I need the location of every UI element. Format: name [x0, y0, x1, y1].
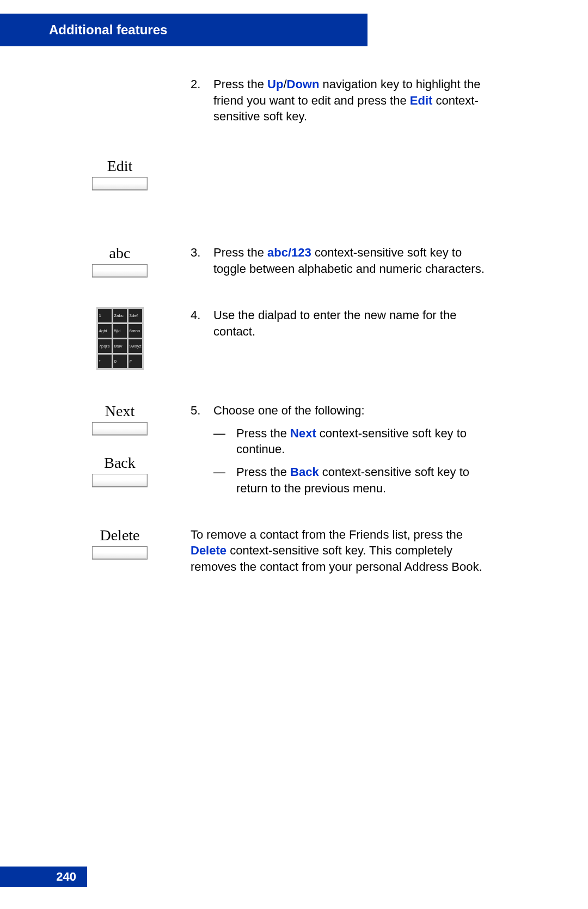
softkey-back-button [92, 474, 148, 487]
step-5-row: Next Back 5. Choose one of the following… [49, 402, 495, 496]
keyword-down: Down [287, 77, 320, 91]
dialpad-key: 8tuv [113, 339, 127, 353]
dialpad-key: 0 [113, 355, 127, 368]
step-3-number: 3. [191, 245, 213, 277]
page: Additional features 2. Press the Up/Down… [0, 0, 588, 909]
step-2-row: 2. Press the Up/Down navigation key to h… [49, 76, 495, 125]
softkey-back: Back [92, 454, 148, 487]
header-title: Additional features [49, 22, 167, 38]
dialpad-key: 9wxyz [128, 339, 142, 353]
dialpad-key: 6mno [128, 324, 142, 338]
dialpad-key: 2abc [113, 309, 127, 322]
step-5-option-next: — Press the Next context-sensitive soft … [213, 425, 495, 457]
edit-key-row: Edit [49, 157, 495, 190]
dialpad-key: 5jkl [113, 324, 127, 338]
step-5-options: — Press the Next context-sensitive soft … [191, 425, 495, 497]
step-5-option-back: — Press the Back context-sensitive soft … [213, 464, 495, 496]
step-4-number: 4. [191, 307, 213, 339]
softkey-delete: Delete [92, 527, 148, 559]
step-2-body: Press the Up/Down navigation key to high… [213, 76, 495, 125]
softkey-abc-label: abc [109, 245, 131, 262]
dialpad-key: 3def [128, 309, 142, 322]
step-2-number: 2. [191, 76, 213, 125]
softkey-delete-label: Delete [100, 527, 139, 544]
step-2: 2. Press the Up/Down navigation key to h… [191, 76, 495, 125]
dialpad-key: # [128, 355, 142, 368]
dialpad-icon: 1 2abc 3def 4ghi 5jkl 6mno 7pqrs 8tuv 9w… [96, 307, 144, 370]
keyword-abc123: abc/123 [267, 246, 311, 259]
page-number: 240 [56, 870, 76, 884]
softkey-abc: abc [92, 245, 148, 277]
dialpad-key: 1 [98, 309, 112, 322]
softkey-delete-button [92, 546, 148, 559]
step-4: 4. Use the dialpad to enter the new name… [191, 307, 495, 339]
softkey-back-label: Back [104, 454, 136, 472]
softkey-next-button [92, 422, 148, 435]
content: 2. Press the Up/Down navigation key to h… [0, 71, 588, 575]
keyword-next: Next [290, 426, 316, 440]
step-3: 3. Press the abc/123 context-sensitive s… [191, 245, 495, 277]
softkey-abc-button [92, 264, 148, 277]
softkey-edit-button [92, 177, 148, 190]
delete-row: Delete To remove a contact from the Frie… [49, 527, 495, 575]
step-5: 5. Choose one of the following: [191, 402, 495, 419]
step-4-body: Use the dialpad to enter the new name fo… [213, 307, 495, 339]
step-3-row: abc 3. Press the abc/123 context-sensiti… [49, 245, 495, 277]
step-3-body: Press the abc/123 context-sensitive soft… [213, 245, 495, 277]
softkey-edit: Edit [92, 157, 148, 190]
step-4-row: 1 2abc 3def 4ghi 5jkl 6mno 7pqrs 8tuv 9w… [49, 307, 495, 370]
step-5-number: 5. [191, 402, 213, 419]
keyword-edit: Edit [410, 94, 433, 107]
softkey-next-label: Next [105, 402, 134, 420]
step-5-body: Choose one of the following: [213, 402, 495, 419]
dialpad-key: 7pqrs [98, 339, 112, 353]
dialpad-key: 4ghi [98, 324, 112, 338]
keyword-up: Up [267, 77, 283, 91]
delete-note: To remove a contact from the Friends lis… [191, 527, 495, 575]
softkey-next: Next [92, 402, 148, 435]
softkey-edit-label: Edit [107, 157, 133, 175]
dialpad-key: * [98, 355, 112, 368]
header-bar: Additional features [0, 14, 367, 46]
footer-bar: 240 [0, 867, 87, 887]
keyword-delete: Delete [191, 544, 226, 557]
keyword-back: Back [290, 465, 319, 479]
